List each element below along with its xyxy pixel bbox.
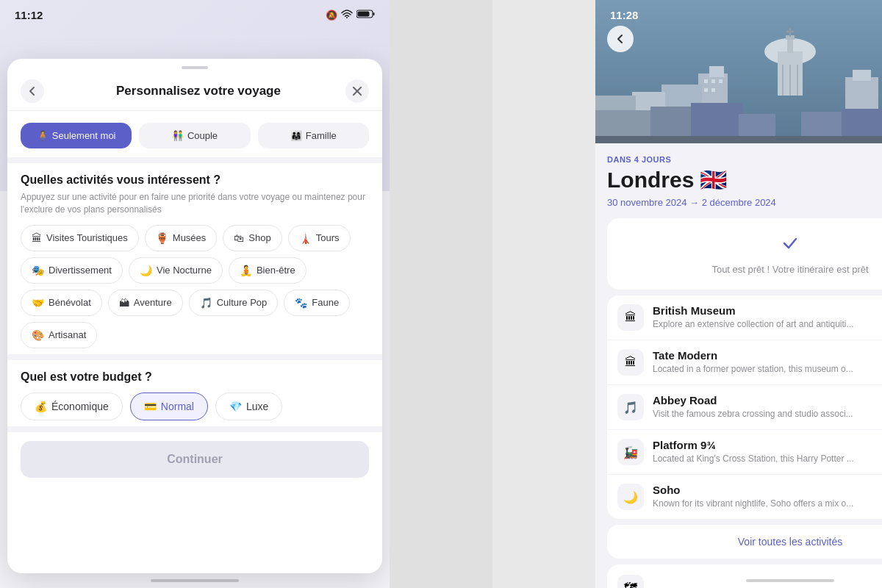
visites-icon: 🏛 [32, 232, 42, 244]
svg-rect-27 [711, 79, 715, 83]
modal-title: Personnalisez votre voyage [51, 84, 345, 98]
tag-faune[interactable]: 🐾 Faune [284, 290, 350, 316]
close-button[interactable] [345, 79, 369, 103]
tate-modern-name: Tate Modern [653, 349, 882, 362]
aventure-label: Aventure [134, 297, 172, 308]
couple-icon: 👫 [172, 130, 184, 141]
wifi-icon-left [341, 10, 353, 21]
continue-button[interactable]: Continuer [21, 441, 369, 478]
activity-item[interactable]: 🏛 Tate Modern Located in a former power … [607, 340, 882, 385]
soho-icon: 🌙 [623, 490, 638, 504]
left-panel: 11:12 🔕 [0, 0, 390, 588]
tag-vie-nocturne[interactable]: 🌙 Vie Nocturne [129, 257, 223, 284]
activities-tag-grid: 🏛 Visites Touristiques 🏺 Musées 🛍 Shop 🗼… [21, 225, 369, 348]
activity-item[interactable]: 🌙 Soho Known for its vibrant nightlife, … [607, 475, 882, 519]
bienetre-icon: 🧘 [240, 265, 252, 276]
tours-label: Tours [316, 232, 340, 243]
solo-icon: 🧍 [37, 130, 49, 141]
tate-modern-desc: Located in a former power station, this … [653, 364, 882, 374]
economique-icon: 💰 [35, 401, 47, 412]
solo-label: Seulement moi [52, 130, 116, 141]
content-area: DANS 4 JOURS Londres 🇬🇧 30 novembre 2024… [595, 143, 882, 588]
date-range: 30 novembre 2024 → 2 décembre 2024 [607, 197, 882, 208]
platform-icon-wrap: 🚂 [617, 439, 644, 465]
days-label: DANS 4 JOURS [607, 155, 882, 164]
tag-artisanat[interactable]: 🎨 Artisanat [21, 322, 97, 348]
famille-label: Famille [306, 130, 337, 141]
hero-back-button[interactable] [607, 26, 634, 52]
svg-rect-22 [853, 70, 871, 81]
british-museum-icon-wrap: 🏛 [617, 304, 644, 331]
artis-label: Artisanat [49, 329, 86, 340]
svg-rect-26 [704, 79, 708, 83]
aventure-icon: 🏔 [119, 297, 129, 309]
shop-label: Shop [248, 232, 270, 243]
budget-luxe[interactable]: 💎 Luxe [215, 392, 282, 420]
benev-label: Bénévolat [49, 297, 91, 308]
british-museum-name: British Museum [653, 304, 882, 317]
svg-point-0 [346, 17, 348, 18]
bottom-bar-right [746, 579, 834, 582]
activities-subtitle: Appuyez sur une activité pour en faire u… [21, 191, 369, 216]
tag-tours[interactable]: 🗼 Tours [288, 225, 351, 251]
modal-header: Personnalisez votre voyage [7, 69, 382, 111]
culture-icon: 🎵 [200, 297, 212, 309]
map-icon: 🗺 [624, 581, 637, 589]
see-all-link[interactable]: Voir toutes les activités [738, 536, 842, 548]
status-icons-left: 🔕 [326, 10, 375, 21]
middle-separator [390, 0, 492, 588]
soho-name: Soho [653, 484, 882, 496]
nocturne-icon: 🌙 [140, 265, 152, 276]
visites-label: Visites Touristiques [46, 232, 128, 243]
tag-musees[interactable]: 🏺 Musées [145, 225, 218, 251]
check-icon [619, 233, 882, 258]
svg-rect-30 [711, 88, 715, 92]
abbey-road-desc: Visit the famous zebra crossing and stud… [653, 409, 882, 419]
tag-bienetre[interactable]: 🧘 Bien-être [229, 257, 306, 284]
abbey-road-icon-wrap: 🎵 [617, 394, 644, 420]
ready-text: Tout est prêt ! Votre itinéraire est prê… [619, 264, 882, 275]
bottom-bar-left [151, 579, 239, 582]
see-all-section[interactable]: Voir toutes les activités [607, 525, 882, 559]
normal-icon: 💳 [144, 401, 157, 412]
bienetre-label: Bien-être [257, 265, 295, 276]
budget-normal[interactable]: 💳 Normal [130, 392, 208, 420]
budget-economique[interactable]: 💰 Économique [21, 392, 123, 420]
activities-section: Quelles activités vous intéressent ? App… [7, 157, 382, 354]
faune-icon: 🐾 [295, 297, 307, 309]
tag-visites[interactable]: 🏛 Visites Touristiques [21, 225, 139, 251]
activity-item[interactable]: 🎵 Abbey Road Visit the famous zebra cros… [607, 385, 882, 430]
platform-icon: 🚂 [623, 445, 638, 459]
famille-icon: 👨‍👩‍👧 [290, 130, 302, 141]
abbey-road-icon: 🎵 [623, 401, 638, 415]
divert-label: Divertissement [49, 265, 112, 276]
status-time-left: 11:12 [15, 9, 43, 21]
activity-item[interactable]: 🚂 Platform 9¾ Located at King's Cross St… [607, 430, 882, 475]
tate-modern-icon-wrap: 🏛 [617, 349, 644, 376]
tag-aventure[interactable]: 🏔 Aventure [108, 290, 183, 316]
status-time-right: 11:28 [610, 9, 638, 21]
nocturne-label: Vie Nocturne [157, 265, 212, 276]
couple-label: Couple [187, 130, 218, 141]
culture-label: Culture Pop [217, 297, 268, 308]
activity-item[interactable]: 🏛 British Museum Explore an extensive co… [607, 295, 882, 340]
tag-culture-pop[interactable]: 🎵 Culture Pop [189, 290, 279, 316]
traveler-couple-button[interactable]: 👫 Couple [139, 123, 250, 148]
economique-label: Économique [51, 401, 109, 412]
mute-icon-left: 🔕 [326, 10, 337, 21]
activities-title: Quelles activités vous intéressent ? [21, 173, 369, 187]
budget-options: 💰 Économique 💳 Normal 💎 Luxe [21, 392, 369, 420]
tag-divertissement[interactable]: 🎭 Divertissement [21, 257, 123, 284]
tag-benevolat[interactable]: 🤝 Bénévolat [21, 290, 102, 316]
status-bar-left: 11:12 🔕 [0, 0, 390, 27]
back-button[interactable] [21, 79, 44, 103]
abbey-road-name: Abbey Road [653, 394, 882, 406]
british-museum-icon: 🏛 [625, 311, 637, 324]
svg-rect-17 [709, 66, 724, 77]
tag-shop[interactable]: 🛍 Shop [223, 225, 282, 251]
traveler-solo-button[interactable]: 🧍 Seulement moi [21, 123, 132, 148]
soho-icon-wrap: 🌙 [617, 484, 644, 510]
map-card[interactable]: 🗺 [607, 564, 882, 588]
artis-icon: 🎨 [32, 329, 44, 341]
traveler-famille-button[interactable]: 👨‍👩‍👧 Famille [258, 123, 369, 148]
